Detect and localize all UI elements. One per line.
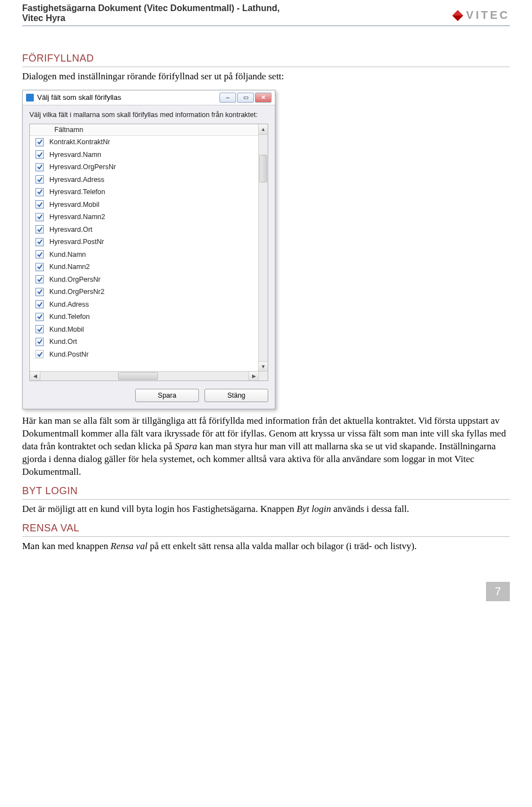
vitec-logo-icon [452,10,463,21]
scroll-down-button[interactable]: ▼ [259,361,268,372]
field-label: Hyresvard.PostNr [49,238,104,246]
header-title-line2: Vitec Hyra [22,13,280,23]
field-list: Fältnamn Kontrakt.KontraktNrHyresvard.Na… [29,124,268,381]
dialog-titlebar: Välj fält som skall förifyllas – ▭ ✕ [23,90,275,105]
field-label: Kund.Telefon [49,313,90,321]
close-button[interactable]: ✕ [255,93,272,103]
close-dialog-button[interactable]: Stäng [204,389,268,402]
field-checkbox[interactable] [35,213,44,221]
field-label: Kund.Namn2 [49,263,90,271]
section-title-forifyllnad: FÖRIFYLLNAD [22,53,510,67]
field-checkbox[interactable] [35,250,44,258]
list-item[interactable]: Kund.Mobil [30,323,259,336]
list-item[interactable]: Kund.Telefon [30,311,259,323]
list-item[interactable]: Hyresvard.Adress [30,173,259,186]
field-checkbox[interactable] [35,350,44,358]
field-label: Hyresvard.Mobil [49,201,99,209]
vitec-brand: VITEC [466,9,510,22]
field-checkbox[interactable] [35,325,44,333]
list-item[interactable]: Hyresvard.Mobil [30,198,259,211]
list-item[interactable]: Kund.Ort [30,336,259,348]
dialog-description: Välj vilka fält i mallarna som skall för… [29,111,268,119]
dialog-title: Välj fält som skall förifyllas [37,93,121,101]
save-button[interactable]: Spara [135,389,199,402]
field-checkbox[interactable] [35,275,44,283]
list-item[interactable]: Kund.Adress [30,298,259,311]
list-item[interactable]: Hyresvard.PostNr [30,236,259,248]
list-item[interactable]: Kund.OrgPersNr2 [30,286,259,298]
scrollbar-corner [258,371,268,380]
section-title-byt-login: BYT LOGIN [22,485,510,500]
field-checkbox[interactable] [35,338,44,346]
field-checkbox[interactable] [35,313,44,321]
field-label: Hyresvard.Namn2 [49,213,105,221]
section-title-rensa-val: RENSA VAL [22,522,510,537]
list-item[interactable]: Hyresvard.Namn [30,148,259,161]
field-checkbox[interactable] [35,300,44,308]
field-checkbox[interactable] [35,175,44,184]
vertical-scrollbar[interactable]: ▲ ▼ [258,124,268,372]
dialog-app-icon [26,94,34,101]
minimize-button[interactable]: – [219,93,236,103]
list-item[interactable]: Hyresvard.Namn2 [30,211,259,224]
field-checkbox[interactable] [35,225,44,234]
byt-login-body: Det är möjligt att en kund vill byta log… [22,503,510,516]
horizontal-scrollbar[interactable]: ◀ ▶ [30,371,259,380]
field-checkbox[interactable] [35,238,44,246]
list-item[interactable]: Hyresvard.OrgPersNr [30,161,259,174]
field-label: Kund.PostNr [49,351,89,358]
field-checkbox[interactable] [35,288,44,296]
list-item[interactable]: Kund.PostNr [30,348,259,361]
list-item[interactable]: Kontrakt.KontraktNr [30,136,259,149]
field-checkbox[interactable] [35,263,44,271]
forifyllnad-desc: Här kan man se alla fält som är tillgäng… [22,415,510,479]
rensa-val-body: Man kan med knappen Rensa val på ett enk… [22,540,510,553]
list-column-header: Fältnamn [30,124,259,136]
list-item[interactable]: Hyresvard.Telefon [30,186,259,199]
field-label: Hyresvard.Adress [49,176,104,184]
header-title-line1: Fastighetsägarna Dokument (Vitec Dokumen… [22,3,280,13]
field-label: Kontrakt.KontraktNr [49,138,110,146]
list-item[interactable]: Hyresvard.Ort [30,223,259,236]
field-label: Kund.Mobil [49,326,84,333]
field-checkbox[interactable] [35,188,44,196]
field-checkbox[interactable] [35,200,44,209]
maximize-button[interactable]: ▭ [237,93,254,103]
horizontal-scroll-thumb[interactable] [118,372,158,380]
field-label: Kund.Adress [49,301,89,308]
field-label: Hyresvard.Ort [49,226,93,234]
page-number: 7 [486,582,510,601]
prefill-dialog: Välj fält som skall förifyllas – ▭ ✕ Väl… [22,90,275,409]
field-label: Hyresvard.Namn [49,151,101,159]
scroll-up-button[interactable]: ▲ [259,124,268,135]
page-header: Fastighetsägarna Dokument (Vitec Dokumen… [22,0,510,26]
field-label: Kund.Ort [49,338,77,346]
field-label: Hyresvard.Telefon [49,188,105,196]
list-item[interactable]: Kund.Namn2 [30,261,259,273]
field-checkbox[interactable] [35,163,44,171]
field-label: Hyresvard.OrgPersNr [49,163,116,171]
scroll-left-button[interactable]: ◀ [30,372,40,380]
field-checkbox[interactable] [35,150,44,159]
list-item[interactable]: Kund.Namn [30,248,259,261]
field-label: Kund.OrgPersNr [49,276,100,283]
field-label: Kund.Namn [49,251,86,258]
scroll-right-button[interactable]: ▶ [248,372,259,380]
list-item[interactable]: Kund.OrgPersNr [30,273,259,286]
field-label: Kund.OrgPersNr2 [49,288,104,296]
field-checkbox[interactable] [35,138,44,146]
vertical-scroll-thumb[interactable] [259,155,267,182]
forifyllnad-intro: Dialogen med inställningar rörande förif… [22,70,510,83]
